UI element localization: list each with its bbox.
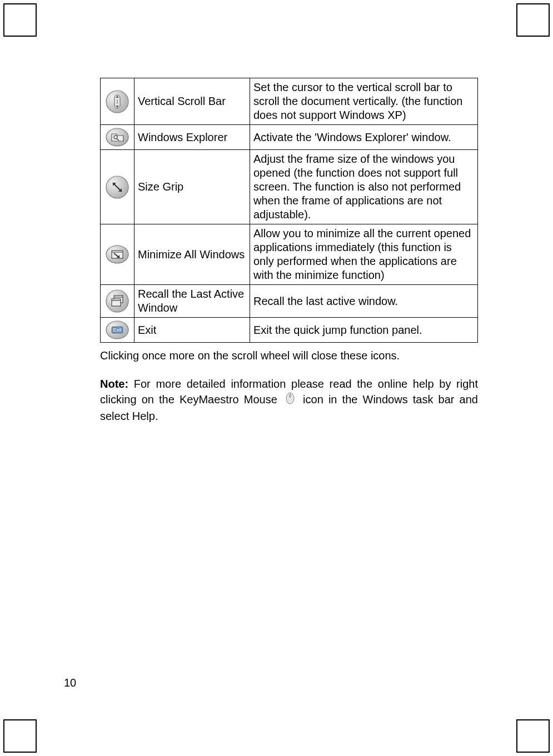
size-grip-icon	[102, 175, 133, 199]
table-row: Minimize All Windows Allow you to minimi…	[101, 224, 478, 285]
exit-icon: Exit	[102, 320, 133, 340]
svg-rect-20	[112, 299, 121, 306]
function-description: Adjust the frame size of the windows you…	[250, 150, 478, 224]
page: Vertical Scroll Bar Set the cursor to th…	[0, 0, 553, 756]
note-paragraph: Note: For more detailed information plea…	[100, 377, 478, 424]
function-description: Set the cursor to the vertical scroll ba…	[250, 78, 478, 125]
crop-mark-bottom-left	[3, 719, 37, 753]
note-label: Note:	[100, 378, 128, 390]
icon-cell	[101, 224, 134, 285]
icon-cell	[101, 78, 134, 125]
table-row: Recall the Last Active Window Recall the…	[101, 285, 478, 318]
function-description: Exit the quick jump function panel.	[250, 318, 478, 343]
table-row: Exit Exit Exit the quick jump function p…	[101, 318, 478, 343]
functions-table: Vertical Scroll Bar Set the cursor to th…	[100, 78, 478, 343]
recall-last-active-window-icon	[102, 289, 133, 313]
icon-cell	[101, 125, 134, 150]
crop-mark-top-right	[516, 3, 550, 37]
function-description: Recall the last active window.	[250, 285, 478, 318]
exit-icon-label: Exit	[113, 327, 122, 333]
table-row: Windows Explorer Activate the 'Windows E…	[101, 125, 478, 150]
svg-rect-26	[289, 394, 291, 397]
windows-explorer-icon	[102, 127, 133, 147]
page-number: 10	[64, 677, 76, 689]
crop-mark-top-left	[3, 3, 37, 37]
icon-cell: Exit	[101, 318, 134, 343]
closing-sentence: Clicking once more on the scroll wheel w…	[100, 348, 478, 363]
function-name: Recall the Last Active Window	[134, 285, 250, 318]
function-description: Allow you to minimize all the current op…	[250, 224, 478, 285]
function-name: Minimize All Windows	[134, 224, 250, 285]
table-row: Size Grip Adjust the frame size of the w…	[101, 150, 478, 224]
icon-cell	[101, 150, 134, 224]
minimize-all-windows-icon	[102, 244, 133, 264]
crop-mark-bottom-right	[516, 719, 550, 753]
function-name: Windows Explorer	[134, 125, 250, 150]
function-description: Activate the 'Windows Explorer' window.	[250, 125, 478, 150]
vertical-scroll-bar-icon	[102, 89, 133, 114]
function-name: Exit	[134, 318, 250, 343]
function-name: Size Grip	[134, 150, 250, 224]
icon-cell	[101, 285, 134, 318]
svg-rect-13	[112, 251, 123, 258]
table-row: Vertical Scroll Bar Set the cursor to th…	[101, 78, 478, 125]
content-area: Vertical Scroll Bar Set the cursor to th…	[100, 78, 478, 424]
function-name: Vertical Scroll Bar	[134, 78, 250, 125]
keymaestro-mouse-icon	[285, 392, 296, 409]
